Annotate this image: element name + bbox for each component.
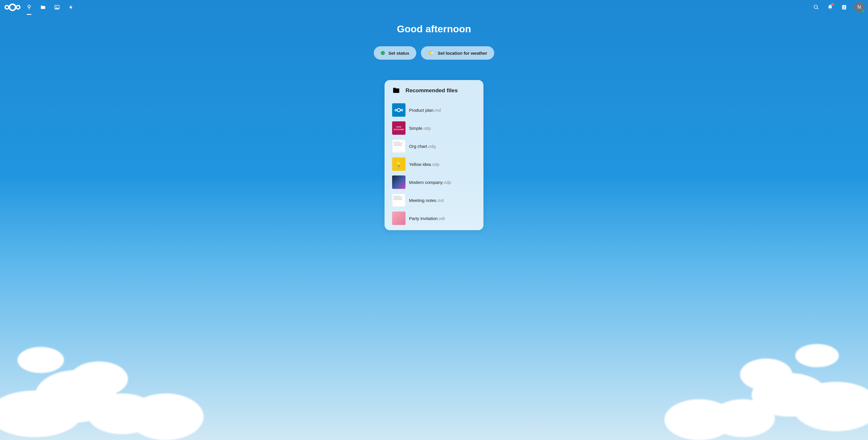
activity-icon[interactable] [65,1,78,14]
file-thumbnail: 💡 [392,157,405,171]
svg-point-10 [395,109,397,111]
file-extension-label: .odp [443,180,451,185]
top-header: N [0,0,868,14]
user-avatar[interactable]: N [854,2,865,12]
file-thumbnail: mple presentati [392,121,405,135]
card-title: Recommended files [405,87,458,94]
file-name-label: Yellow idea.odp [409,162,439,167]
svg-point-11 [401,109,403,111]
file-thumbnail [392,175,405,189]
file-extension-label: .odt [437,216,445,221]
set-status-button[interactable]: Set status [374,46,416,60]
nextcloud-logo[interactable] [3,1,22,14]
folder-icon [392,86,400,95]
svg-point-9 [397,109,401,112]
files-icon[interactable] [37,1,50,14]
file-thumbnail [392,139,405,153]
avatar-status-online [861,9,865,13]
svg-point-1 [5,5,9,9]
file-item[interactable]: Party invitation.odt [392,209,476,227]
action-buttons: Set status 🌤️ Set location for weather [374,46,494,60]
recommended-files-card: Recommended files Product plan.mdmple pr… [384,80,484,230]
file-name-label: Product plan.md [409,108,441,113]
card-header: Recommended files [392,86,476,95]
file-thumbnail [392,194,405,207]
file-item[interactable]: Org chart.odg [392,137,476,155]
file-name-label: Modern company.odp [409,180,451,185]
file-item[interactable]: Meeting notes.md [392,191,476,209]
file-name-label: Party invitation.odt [409,216,445,221]
notifications-icon[interactable] [824,1,837,14]
file-item[interactable]: 💡Yellow idea.odp [392,155,476,173]
greeting-title: Good afternoon [397,23,471,35]
set-status-label: Set status [388,51,409,56]
status-online-icon [381,51,385,55]
svg-point-0 [9,4,16,10]
file-extension-label: .odp [422,126,431,131]
file-item[interactable]: Modern company.odp [392,173,476,191]
file-extension-label: .odg [427,144,436,149]
file-list: Product plan.mdmple presentatiSimple.odp… [392,101,476,227]
set-location-label: Set location for weather [438,51,487,56]
avatar-initial: N [858,4,861,10]
file-item[interactable]: Product plan.md [392,101,476,119]
svg-point-8 [843,6,845,7]
file-extension-label: .md [436,198,443,203]
svg-point-5 [56,6,57,7]
file-extension-label: .md [433,108,441,113]
header-left [3,1,78,14]
file-extension-label: .odp [431,162,439,167]
file-name-label: Org chart.odg [409,144,436,149]
dashboard-main: Good afternoon Set status 🌤️ Set locatio… [0,14,868,230]
search-icon[interactable] [810,1,823,14]
weather-icon: 🌤️ [428,50,434,56]
set-location-button[interactable]: 🌤️ Set location for weather [421,46,494,60]
file-item[interactable]: mple presentatiSimple.odp [392,119,476,137]
file-thumbnail [392,211,405,225]
contacts-icon[interactable] [838,1,850,14]
file-name-label: Meeting notes.md [409,198,443,203]
photos-icon[interactable] [51,1,63,14]
svg-point-3 [28,5,30,7]
background-clouds [0,198,868,440]
svg-point-2 [16,5,20,9]
header-right: N [810,1,865,14]
dashboard-icon[interactable] [23,1,35,14]
file-name-label: Simple.odp [409,126,431,131]
notification-badge [831,3,834,5]
file-thumbnail [392,103,405,117]
